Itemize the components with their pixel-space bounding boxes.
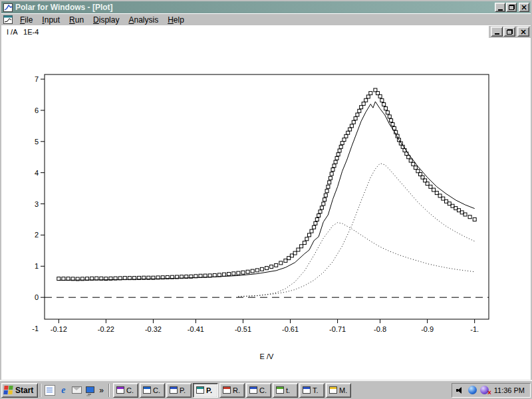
close-button[interactable]: × [519, 3, 529, 12]
svg-text:-0.71: -0.71 [329, 325, 346, 333]
volume-icon[interactable] [456, 386, 465, 394]
svg-text:-0.9: -0.9 [421, 325, 434, 333]
error-x-icon: × [487, 390, 491, 396]
taskbar-button-label: T. [313, 386, 319, 394]
app-window-icon [143, 386, 151, 394]
menu-file[interactable]: File [15, 15, 37, 25]
svg-text:1: 1 [35, 262, 39, 270]
taskbar: Start e » C.C.P.P.R.C.t.T.M. × 11:36 PM [0, 380, 532, 399]
svg-text:-0.51: -0.51 [235, 325, 251, 333]
mail-icon[interactable] [71, 385, 82, 396]
taskbar-button[interactable]: P. [193, 383, 218, 398]
svg-text:-0.32: -0.32 [145, 325, 162, 333]
taskbar-button-label: C. [259, 386, 267, 394]
taskbar-button-label: P. [180, 386, 186, 394]
taskbar-divider [108, 384, 110, 397]
svg-text:5: 5 [35, 138, 39, 146]
minimize-button[interactable] [495, 3, 505, 12]
menu-input[interactable]: Input [37, 15, 65, 25]
taskbar-button[interactable]: R. [219, 383, 245, 398]
start-button[interactable]: Start [1, 383, 38, 398]
notes-icon[interactable] [45, 385, 55, 396]
svg-text:2: 2 [35, 231, 39, 239]
taskbar-button[interactable]: M. [326, 383, 351, 398]
svg-text:E /V: E /V [260, 352, 274, 360]
menu-run[interactable]: Run [65, 15, 88, 25]
windows-logo-icon [3, 386, 13, 394]
taskbar-button-label: C. [126, 386, 134, 394]
app-icon[interactable] [3, 3, 13, 12]
svg-text:-1: -1 [32, 325, 39, 332]
mail-glyph [72, 386, 82, 394]
close-icon: × [521, 4, 527, 11]
svg-text:-0.41: -0.41 [188, 325, 204, 333]
polarogram-plot-canvas: 76543210-1-0.12-0.22-0.32-0.41-0.51-0.61… [1, 39, 532, 382]
window-title: Polar for Windows - [Plot] [15, 3, 494, 12]
child-window-controls: × [489, 26, 531, 38]
polar-application-window: Polar for Windows - [Plot] × File Input … [0, 0, 532, 380]
quick-launch-bar: e » [43, 385, 106, 396]
app-window-icon [196, 386, 204, 394]
title-bar[interactable]: Polar for Windows - [Plot] × [1, 1, 531, 13]
restore-icon [507, 29, 513, 35]
menu-display[interactable]: Display [88, 15, 124, 25]
network-error-icon[interactable]: × [480, 386, 489, 394]
quick-launch-overflow-chevron[interactable]: » [98, 386, 105, 395]
taskbar-button-label: C. [153, 386, 160, 394]
svg-text:-0.61: -0.61 [282, 325, 299, 333]
taskbar-button[interactable]: C. [246, 383, 271, 398]
menu-analysis[interactable]: Analysis [124, 15, 163, 25]
start-button-label: Start [15, 386, 33, 395]
app-window-icon [276, 386, 284, 394]
svg-text:6: 6 [35, 106, 39, 114]
restore-button[interactable] [506, 3, 517, 12]
svg-text:-1.: -1. [470, 325, 479, 333]
menu-bar: File Input Run Display Analysis Help [1, 14, 531, 25]
ie-glyph: e [61, 385, 65, 396]
taskbar-button-label: t. [286, 386, 290, 394]
child-minimize-button[interactable] [491, 27, 503, 37]
svg-text:-0.8: -0.8 [374, 325, 386, 333]
svg-text:4: 4 [35, 169, 39, 177]
taskbar-button[interactable]: C. [140, 383, 165, 398]
svg-text:0: 0 [35, 293, 39, 301]
app-window-icon [249, 386, 257, 394]
network-icon[interactable] [468, 386, 477, 394]
svg-text:3: 3 [35, 200, 39, 208]
app-window-icon [303, 386, 311, 394]
taskbar-divider [40, 384, 41, 397]
taskbar-button[interactable]: t. [273, 383, 298, 398]
taskbar-button[interactable]: T. [299, 383, 325, 398]
system-tray: × 11:36 PM [452, 383, 531, 398]
child-close-button[interactable]: × [517, 27, 529, 37]
app-window-icon [329, 386, 337, 394]
taskbar-button-label: P. [206, 386, 212, 394]
taskbar-button[interactable]: P. [166, 383, 192, 398]
y-axis-caption: I /A 1E-4 [7, 28, 39, 36]
minimize-icon [498, 9, 503, 11]
taskbar-button-label: R. [233, 386, 240, 394]
taskbar-button[interactable]: C. [113, 383, 138, 398]
ie-icon[interactable]: e [58, 385, 68, 396]
svg-text:-0.12: -0.12 [51, 325, 67, 333]
close-icon: × [520, 29, 527, 35]
svg-text:-0.22: -0.22 [98, 325, 114, 333]
app-window-icon [223, 386, 231, 394]
child-restore-button[interactable] [503, 27, 515, 37]
restore-icon [509, 5, 515, 10]
taskbar-button-label: M. [339, 386, 347, 394]
menu-help[interactable]: Help [163, 15, 189, 25]
minimize-icon [495, 33, 499, 35]
app-window-icon [170, 386, 178, 394]
taskbar-buttons: C.C.P.P.R.C.t.T.M. [112, 383, 351, 398]
plot-document-icon[interactable] [3, 15, 13, 24]
tray-clock[interactable]: 11:36 PM [494, 386, 525, 394]
svg-text:7: 7 [35, 75, 39, 83]
app-window-icon [116, 386, 124, 394]
show-desktop-icon[interactable] [84, 385, 95, 396]
